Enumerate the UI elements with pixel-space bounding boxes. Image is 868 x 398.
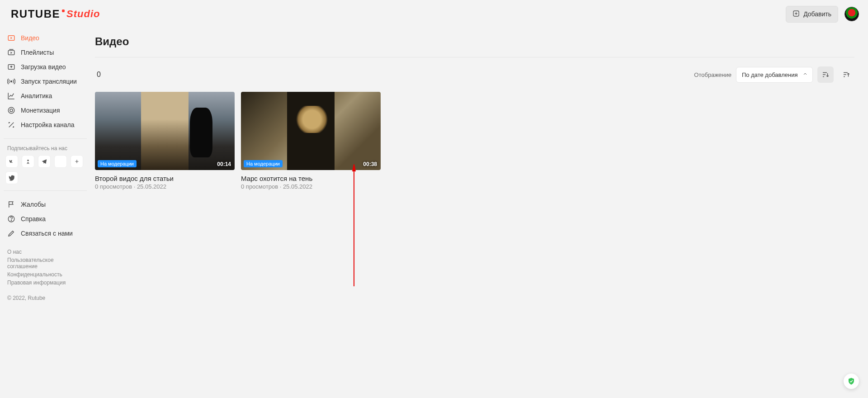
sidebar-item-label: Справка xyxy=(21,215,46,223)
footer-link-about[interactable]: О нас xyxy=(7,248,83,256)
sidebar-item-label: Видео xyxy=(21,34,39,42)
security-shield-icon[interactable] xyxy=(844,374,859,389)
upload-icon xyxy=(7,63,15,71)
add-button-label: Добавить xyxy=(803,10,831,18)
footer-link-privacy[interactable]: Конфиденциальность xyxy=(7,270,83,279)
sidebar-item-video[interactable]: Видео xyxy=(0,31,90,45)
sidebar-item-label: Настройка канала xyxy=(21,121,75,128)
video-card: На модерации 00:14 Второй видос для стат… xyxy=(95,92,235,190)
social-plus-icon[interactable] xyxy=(71,155,83,168)
sidebar-item-label: Загрузка видео xyxy=(21,63,66,71)
edit-icon xyxy=(7,229,15,237)
logo-text: RUTUBE xyxy=(11,8,60,20)
footer-link-legal[interactable]: Правовая информация xyxy=(7,279,83,287)
video-duration: 00:38 xyxy=(363,161,377,167)
sidebar-item-playlists[interactable]: Плейлисты xyxy=(0,45,90,60)
chevron-up-icon xyxy=(802,71,808,78)
playlist-icon xyxy=(7,48,15,57)
svg-point-9 xyxy=(11,220,11,221)
sidebar-item-analytics[interactable]: Аналитика xyxy=(0,89,90,103)
add-button[interactable]: Добавить xyxy=(786,6,838,23)
plus-square-icon xyxy=(793,10,800,19)
question-icon xyxy=(7,215,15,223)
svg-point-6 xyxy=(10,109,13,112)
broadcast-icon xyxy=(7,77,15,85)
sidebar: Видео Плейлисты Загрузка видео Запуск тр… xyxy=(0,28,90,398)
sidebar-item-label: Монетизация xyxy=(21,107,60,114)
flag-icon xyxy=(7,200,15,208)
video-thumbnail[interactable]: На модерации 00:38 xyxy=(241,92,381,170)
wand-icon xyxy=(7,121,15,129)
sidebar-item-live[interactable]: Запуск трансляции xyxy=(0,74,90,89)
sidebar-item-complaints[interactable]: Жалобы xyxy=(0,197,90,212)
sidebar-item-label: Жалобы xyxy=(21,201,46,208)
footer-link-terms[interactable]: Пользовательское соглашение xyxy=(7,256,83,270)
sort-desc-button[interactable] xyxy=(817,66,834,83)
sidebar-item-upload[interactable]: Загрузка видео xyxy=(0,60,90,74)
svg-point-4 xyxy=(11,81,12,82)
sidebar-item-label: Запуск трансляции xyxy=(21,78,77,85)
divider xyxy=(4,190,87,191)
coin-icon xyxy=(7,106,15,114)
sort-select-value: По дате добавления xyxy=(742,71,797,78)
status-badge: На модерации xyxy=(98,160,137,167)
sort-asc-button[interactable] xyxy=(838,66,854,83)
video-title[interactable]: Марс охотится на тень xyxy=(241,175,381,182)
video-grid: На модерации 00:14 Второй видос для стат… xyxy=(95,92,854,190)
social-telegram-icon[interactable] xyxy=(38,155,51,168)
video-title[interactable]: Второй видос для статьи xyxy=(95,175,235,182)
analytics-icon xyxy=(7,92,15,100)
social-vk-icon[interactable] xyxy=(5,155,18,168)
svg-point-7 xyxy=(27,160,29,161)
sidebar-item-label: Аналитика xyxy=(21,92,52,100)
toolbar: 0 Отображение По дате добавления xyxy=(95,66,854,83)
video-card: На модерации 00:38 Марс охотится на тень… xyxy=(241,92,381,190)
logo[interactable]: RUTUBE Studio xyxy=(11,8,100,20)
social-blank-icon[interactable] xyxy=(54,155,67,168)
subscribe-label: Подписывайтесь на нас xyxy=(0,145,90,155)
logo-studio-text: Studio xyxy=(66,8,100,20)
avatar[interactable] xyxy=(844,7,859,21)
play-box-icon xyxy=(7,34,15,42)
sidebar-item-label: Плейлисты xyxy=(21,49,54,56)
logo-dot-icon xyxy=(62,9,65,12)
video-count: 0 xyxy=(95,71,101,79)
sort-select[interactable]: По дате добавления xyxy=(736,67,813,83)
video-duration: 00:14 xyxy=(217,161,231,167)
sidebar-item-contact[interactable]: Связаться с нами xyxy=(0,226,90,241)
svg-point-5 xyxy=(8,107,14,114)
sidebar-item-label: Связаться с нами xyxy=(21,230,73,237)
copyright: © 2022, Rutube xyxy=(0,289,90,307)
main-content: Видео 0 Отображение По дате добавления xyxy=(90,28,868,398)
header-bar: RUTUBE Studio Добавить xyxy=(0,0,868,28)
video-thumbnail[interactable]: На модерации 00:14 xyxy=(95,92,235,170)
social-twitter-icon[interactable] xyxy=(5,171,18,184)
video-sub: 0 просмотров · 25.05.2022 xyxy=(241,183,381,190)
sidebar-item-settings[interactable]: Настройка канала xyxy=(0,118,90,132)
divider xyxy=(4,138,87,139)
sidebar-item-help[interactable]: Справка xyxy=(0,212,90,226)
status-badge: На модерации xyxy=(244,160,283,167)
display-label: Отображение xyxy=(694,71,731,78)
divider xyxy=(95,57,854,57)
page-title: Видео xyxy=(95,33,854,57)
social-ok-icon[interactable] xyxy=(22,155,34,168)
sidebar-item-monetization[interactable]: Монетизация xyxy=(0,103,90,118)
video-sub: 0 просмотров · 25.05.2022 xyxy=(95,183,235,190)
